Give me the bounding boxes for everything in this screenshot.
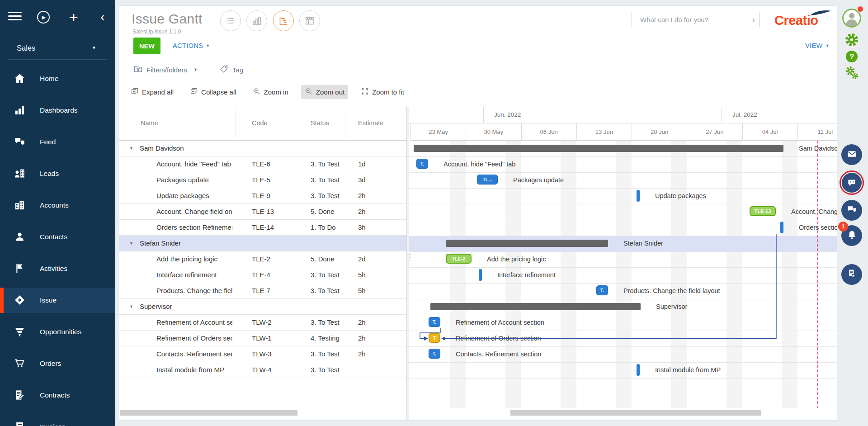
group-row[interactable]: ▼Sam Davidson [119,141,406,156]
zoom-to-fit-button[interactable]: Zoom to fit [357,85,408,99]
menu-icon[interactable] [8,12,22,22]
email[interactable] [841,144,862,165]
gantt-bar-label: Stefan Snider [623,236,663,251]
system-designer-gear[interactable] [844,32,859,47]
collapse-caret-icon[interactable]: ▼ [129,141,133,156]
gantt-task-chip[interactable]: T. [416,159,428,169]
gantt-task-chip[interactable]: T. [429,349,440,359]
chevron-down-icon: ▼ [193,67,198,72]
sidebar-item-label: Invoices [40,414,66,426]
sidebar-item-orders[interactable]: Orders [0,351,115,376]
help[interactable]: ? [844,49,859,64]
sidebar-item-feed[interactable]: Feed [0,129,115,155]
gantt-summary-bar[interactable] [414,145,783,152]
row-divider [409,236,837,236]
cell-name: Account. Change field on ... [156,204,232,219]
task-row[interactable]: Refinement of Orders sec...TLW-14. Testi… [119,331,406,346]
tag-button[interactable]: Tag [219,64,243,76]
filters-label: Filters/folders [146,66,187,74]
sidebar-item-opportunities[interactable]: Opportunities [0,319,115,345]
gantt-task-chip[interactable]: TLE-2 [446,254,472,264]
user-avatar[interactable] [842,8,862,28]
task-row[interactable]: Interface refinementTLE-43. To Test5h [119,267,406,283]
gantt-summary-bar[interactable] [430,303,641,310]
sidebar-item-activities[interactable]: Activities [0,256,115,281]
sidebar-item-accounts[interactable]: Accounts [0,193,115,218]
leads-icon [14,167,26,180]
zoom-out-button[interactable]: Zoom out [301,85,348,99]
workspace-selector[interactable]: Sales ▼ [0,38,115,58]
gantt-task-chip[interactable]: T. [596,285,608,295]
cell-estimate: 3d [358,172,366,188]
actions-button[interactable]: ACTIONS▼ [173,38,210,54]
gantt-task-bar[interactable] [780,222,783,233]
cell-name: Refinement of Account se... [156,315,232,330]
sidebar-item-contracts[interactable]: Contracts [0,383,115,408]
sidebar-item-contacts[interactable]: Contacts [0,224,115,250]
view-button[interactable]: VIEW▼ [805,38,830,54]
process-gears[interactable] [844,65,859,80]
search-submit-icon[interactable]: › [752,12,755,27]
gantt-view-icon[interactable] [273,10,294,31]
zoom-in-button[interactable]: Zoom in [249,85,292,99]
gantt-task-bar[interactable] [479,269,482,281]
sidebar-item-home[interactable]: Home [0,66,115,91]
cards-view-icon[interactable] [299,10,320,31]
collapse-caret-icon[interactable]: ▼ [129,299,133,314]
expand-all-button[interactable]: Expand all [127,85,177,99]
task-row[interactable]: Packages updateTLE-53. To Test3d [119,172,406,188]
group-row[interactable]: ▼Stefan Snider [119,236,406,251]
new-button[interactable]: NEW [133,38,160,54]
cell-name: Orders section Refinement [156,220,232,235]
sidebar-item-leads[interactable]: Leads [0,161,115,186]
task-row[interactable]: Orders section RefinementTLE-141. To Do3… [119,220,406,236]
gantt-task-chip[interactable]: T [429,333,440,343]
right-rail: ?1 [837,0,868,426]
search-input[interactable] [632,12,760,27]
gantt-bar-label: Account. Change field on ... [791,204,837,220]
task-row[interactable]: Account. Change field on ...TLE-135. Don… [119,204,406,220]
collapse-all-button[interactable]: Collapse all [186,85,240,99]
gantt-task-chip[interactable]: TL... [477,175,498,185]
run-process-icon[interactable]: ▶ [37,11,50,24]
process-log[interactable] [841,264,862,285]
collapse-sidebar-icon[interactable]: ‹ [96,7,109,27]
task-row[interactable]: Refinement of Account se...TLW-23. To Te… [119,315,406,331]
group-row[interactable]: ▼Supervisor [119,299,406,315]
task-row[interactable]: Products. Change the fiel...TLE-73. To T… [119,283,406,299]
tag-icon [219,64,229,75]
splitter-handle-icon[interactable]: ⋮ [406,255,410,259]
task-row[interactable]: Instal module from MPTLW-43. To Test [119,362,406,378]
chat-icon [842,173,862,193]
table-h-scrollbar[interactable] [120,410,297,416]
gantt-summary-bar[interactable] [446,240,608,247]
collapse-caret-icon[interactable]: ▼ [129,236,133,251]
gantt-task-chip[interactable]: T. [429,317,440,327]
cell-status: 3. To Test [311,346,340,362]
mail-icon [846,148,858,162]
gantt-task-bar[interactable] [637,190,640,202]
gantt-task-chip[interactable]: TLE-13 [750,206,776,216]
group-name: Sam Davidson [140,141,184,156]
cell-code: TLW-3 [252,346,272,362]
task-row[interactable]: Contacts. Refinement sec...TLW-33. To Te… [119,346,406,362]
toolbar-button-label: Collapse all [201,88,236,96]
task-row[interactable]: Update packagesTLE-93. To Test2h [119,188,406,204]
gantt-task-bar[interactable] [637,364,640,376]
filters-folders-button[interactable]: Filters/folders ▼ [133,64,198,76]
list-view-icon[interactable] [220,10,241,31]
sidebar-item-dashboards[interactable]: Dashboards [0,98,115,123]
cell-name: Interface refinement [156,267,217,283]
sidebar-item-invoices[interactable]: Invoices [0,414,115,426]
chat[interactable] [840,170,864,195]
notifications-bell[interactable]: 1 [841,225,862,246]
feed-notifications[interactable] [841,200,862,221]
analytics-view-icon[interactable] [246,10,267,31]
add-icon[interactable]: + [66,7,81,27]
sidebar-item-issue[interactable]: Issue [0,288,115,313]
task-row[interactable]: Add the pricing logicTLE-25. Done2d [119,251,406,267]
screen: ▶ + ‹ Sales ▼ HomeDashboardsFeedLeadsAcc… [0,0,868,426]
task-row[interactable]: Account. hide "Feed" tabTLE-63. To Test1… [119,156,406,172]
orders-icon [14,357,26,370]
gantt-h-scrollbar[interactable] [510,410,761,416]
